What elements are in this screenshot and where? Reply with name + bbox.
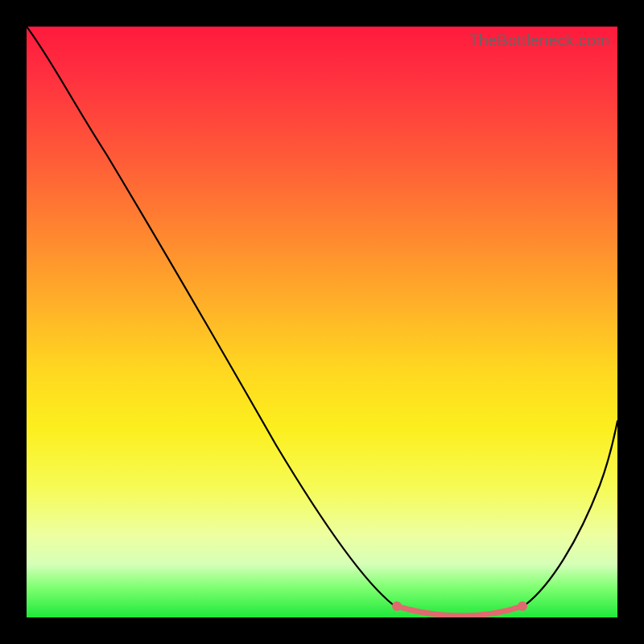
plot-area: TheBottleneck.com (27, 27, 617, 617)
highlight-segment (397, 606, 522, 616)
bottleneck-curve (27, 27, 617, 616)
chart-frame: TheBottleneck.com (0, 0, 644, 644)
highlight-dot-right (518, 601, 527, 611)
curve-overlay (27, 27, 617, 617)
